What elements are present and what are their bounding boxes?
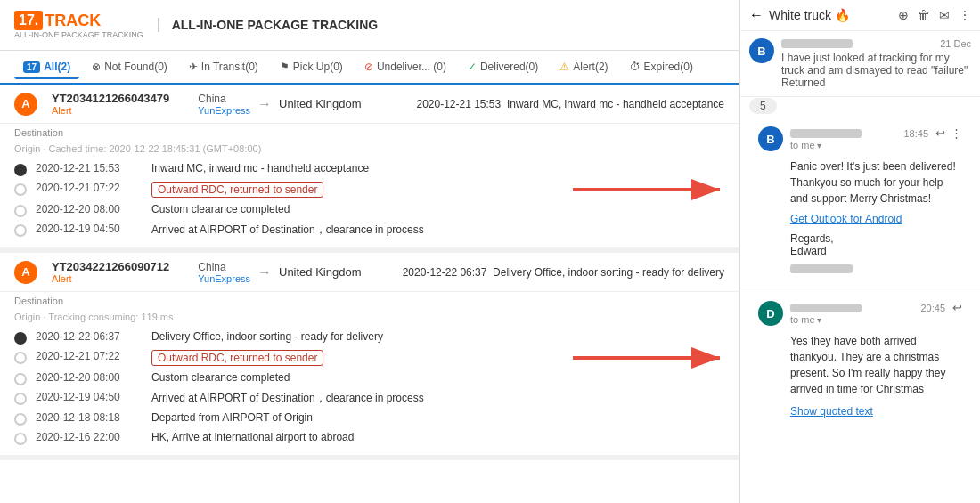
date-2-4: 2020-12-18 08:18	[36, 411, 143, 424]
app-header: 17. TRACK ALL-IN-ONE PACKAGE TRACKING AL…	[0, 0, 739, 51]
alert-badge-2: A	[14, 261, 37, 284]
signature-img-1	[790, 264, 853, 273]
timeline-item-1-1: 2020-12-21 07:22 Outward RDC, returned t…	[14, 179, 724, 200]
message-block-1: B 18:45 ↩ ⋮ to me ▾ Panic over! It's jus…	[740, 114, 980, 288]
timeline-item-2-5: 2020-12-16 22:00 HK, Arrive at internati…	[14, 428, 724, 448]
origin-2: China YunExpress	[198, 261, 250, 284]
date-2-2: 2020-12-20 08:00	[36, 371, 143, 384]
message-summary-0: 21 Dec I have just looked at tracking fo…	[781, 38, 971, 89]
not-found-icon: ⊗	[92, 61, 101, 73]
destination-2: United Kingdom	[279, 265, 362, 279]
date-1-3: 2020-12-19 04:50	[36, 223, 143, 235]
tab-in-transit-label: In Transit(0)	[201, 61, 258, 73]
email-more-icon[interactable]: ⋮	[959, 8, 971, 22]
message-meta-2: 20:45 ↩ to me ▾	[790, 301, 962, 325]
message-block-2: D 20:45 ↩ to me ▾ Yes they have both arr…	[740, 288, 980, 432]
dot-2-0	[14, 332, 27, 345]
destination-label-2: Destination	[0, 292, 739, 310]
count-badge: 5	[740, 97, 980, 114]
expired-icon: ⏱	[630, 61, 641, 73]
origin-section-1: Origin · Cached time: 2020-12-22 18:45:3…	[0, 142, 739, 156]
dot-2-4	[14, 413, 27, 426]
more-icon-1[interactable]: ⋮	[951, 126, 962, 140]
tracking-number-2[interactable]: YT2034221266090712	[52, 260, 169, 273]
destination-label-1: Destination	[0, 124, 739, 142]
tab-not-found-label: Not Found(0)	[104, 61, 167, 73]
package-header-1: A YT2034121266043479 Alert China YunExpr…	[0, 85, 739, 124]
dot-2-2	[14, 373, 27, 385]
email-mail-icon[interactable]: ✉	[939, 8, 950, 22]
origin-section-2: Origin · Tracking consuming: 119 ms	[0, 310, 739, 324]
email-subject: White truck 🔥	[769, 8, 893, 22]
route-arrow-2: →	[257, 264, 272, 280]
email-actions: ⊕ 🗑 ✉ ⋮	[898, 8, 971, 22]
date-1-0: 2020-12-21 15:53	[36, 162, 143, 174]
package-header-2: A YT2034221266090712 Alert China YunExpr…	[0, 253, 739, 292]
outlook-link-1[interactable]: Get Outlook for Android	[790, 212, 962, 225]
email-header: ← White truck 🔥 ⊕ 🗑 ✉ ⋮	[740, 0, 980, 31]
undelivered-icon: ⊘	[364, 61, 373, 73]
carrier-1: YunExpress	[198, 105, 250, 116]
to-me-1[interactable]: to me ▾	[790, 140, 962, 150]
tab-in-transit[interactable]: ✈ In Transit(0)	[180, 56, 267, 77]
carrier-2: YunExpress	[198, 273, 250, 284]
tab-all[interactable]: 17 All(2)	[14, 56, 79, 79]
last-event-2: 2020-12-22 06:37 Delivery Office, indoor…	[403, 266, 724, 279]
dot-2-1	[14, 352, 27, 364]
timeline-item-2-3: 2020-12-19 04:50 Arrived at AIRPORT of D…	[14, 388, 724, 409]
alert-text-1: Alert	[52, 105, 169, 116]
timeline-item-1-3: 2020-12-19 04:50 Arrived at AIRPORT of D…	[14, 220, 724, 240]
tab-all-label: All(2)	[44, 61, 70, 73]
packages-list: A YT2034121266043479 Alert China YunExpr…	[0, 85, 739, 503]
date-1-2: 2020-12-20 08:00	[36, 203, 143, 215]
message-header-1: B 18:45 ↩ ⋮ to me ▾	[749, 119, 971, 155]
dot-1-3	[14, 224, 27, 237]
dot-2-5	[14, 433, 27, 445]
avatar-0: B	[749, 38, 774, 63]
tab-delivered[interactable]: ✓ Delivered(0)	[459, 56, 547, 77]
desc-2-2: Custom clearance completed	[151, 371, 290, 384]
desc-2-3: Arrived at AIRPORT of Destination，cleara…	[151, 391, 424, 406]
left-panel: 17. TRACK ALL-IN-ONE PACKAGE TRACKING AL…	[0, 0, 739, 503]
reply-icon-1[interactable]: ↩	[935, 126, 945, 140]
right-panel: ← White truck 🔥 ⊕ 🗑 ✉ ⋮ B 21 Dec I have …	[739, 0, 980, 503]
dot-1-0	[14, 164, 27, 176]
email-add-icon[interactable]: ⊕	[898, 8, 909, 22]
tracking-number-1[interactable]: YT2034121266043479	[52, 92, 169, 105]
tab-expired[interactable]: ⏱ Expired(0)	[621, 56, 702, 77]
message-meta-1: 18:45 ↩ ⋮ to me ▾	[790, 126, 962, 150]
avatar-1: B	[758, 126, 783, 151]
to-me-2[interactable]: to me ▾	[790, 314, 962, 325]
tab-delivered-label: Delivered(0)	[480, 61, 538, 73]
tab-not-found[interactable]: ⊗ Not Found(0)	[83, 56, 176, 77]
date-2-0: 2020-12-22 06:37	[36, 330, 143, 343]
sender-name-blurred-1	[790, 129, 862, 138]
route-info-2: China YunExpress → United Kingdom	[198, 261, 361, 284]
desc-1-2: Custom clearance completed	[151, 203, 290, 215]
timeline-2: 2020-12-22 06:37 Delivery Office, indoor…	[0, 324, 739, 455]
route-arrow-1: →	[257, 96, 272, 112]
package-id-block-1: YT2034121266043479 Alert	[52, 92, 169, 116]
email-trash-icon[interactable]: 🗑	[918, 8, 930, 22]
tab-pick-up-label: Pick Up(0)	[293, 61, 343, 73]
reply-icon-2[interactable]: ↩	[952, 301, 962, 314]
dot-2-3	[14, 393, 27, 405]
timeline-item-2-4: 2020-12-18 08:18 Departed from AIRPORT o…	[14, 409, 724, 428]
back-icon[interactable]: ←	[749, 7, 764, 23]
sender-name-blurred-2	[790, 304, 862, 312]
tab-all-icon: 17	[23, 61, 40, 73]
message-body-2: Yes they have both arrived thankyou. The…	[749, 329, 971, 425]
date-2-5: 2020-12-16 22:00	[36, 431, 143, 443]
regards-1: Regards, Edward	[749, 229, 971, 264]
dot-1-1	[14, 183, 27, 196]
tab-alert[interactable]: ⚠ Alert(2)	[551, 56, 617, 77]
timeline-item-2-1: 2020-12-21 07:22 Outward RDC, returned t…	[14, 347, 724, 369]
package-id-block-2: YT2034221266090712 Alert	[52, 260, 169, 284]
tab-expired-label: Expired(0)	[644, 61, 693, 73]
dot-1-2	[14, 205, 27, 217]
tab-pick-up[interactable]: ⚑ Pick Up(0)	[271, 56, 352, 77]
show-quoted-2[interactable]: Show quoted text	[790, 404, 962, 418]
desc-2-4: Departed from AIRPORT of Origin	[151, 411, 313, 424]
tab-undelivered[interactable]: ⊘ Undeliver... (0)	[355, 56, 455, 77]
logo-track: TRACK	[45, 12, 101, 30]
